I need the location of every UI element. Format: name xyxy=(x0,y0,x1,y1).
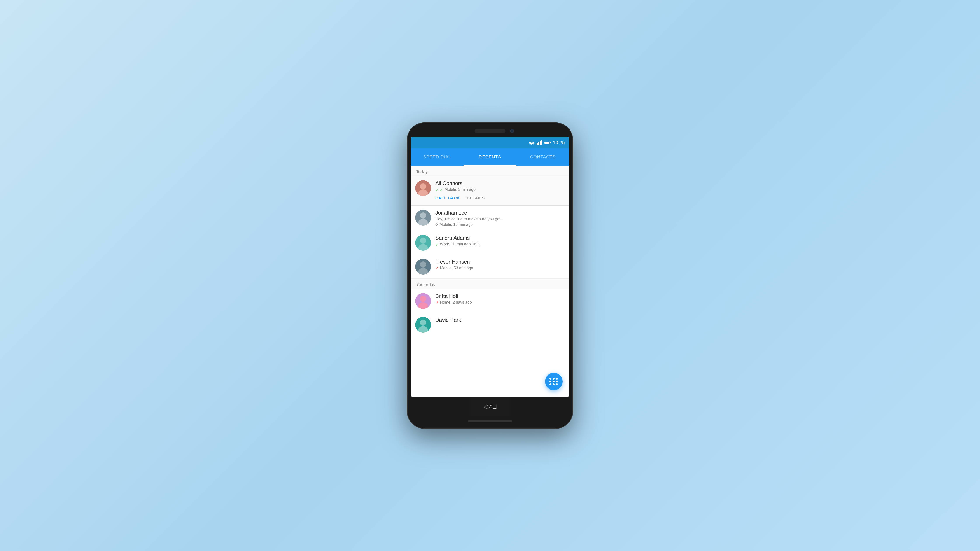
contact-item-jonathan[interactable]: Jonathan Lee Hey, just calling to make s… xyxy=(411,206,569,231)
contact-detail-britta: ↗ Home, 2 days ago xyxy=(435,300,565,305)
avatar-sandra xyxy=(415,235,431,251)
section-today-header: Today xyxy=(411,166,569,176)
svg-rect-6 xyxy=(550,142,551,143)
voicemail-icon-jonathan: ⟳ xyxy=(435,223,438,227)
contact-detail-jonathan: ⟳ Mobile, 15 min ago xyxy=(435,222,565,227)
contact-item-sandra[interactable]: Sandra Adams ↙ Work, 30 min ago, 0:35 xyxy=(411,231,569,255)
tab-bar: SPEED DIAL RECENTS CONTACTS xyxy=(411,148,569,166)
svg-point-9 xyxy=(420,183,426,190)
svg-rect-7 xyxy=(544,142,549,144)
section-yesterday-header: Yesterday xyxy=(411,279,569,289)
contact-item-britta[interactable]: Britta Holt ↗ Home, 2 days ago xyxy=(411,289,569,313)
signal-icon xyxy=(536,140,542,145)
contact-name-trevor: Trevor Hansen xyxy=(435,259,565,265)
incoming-icon-ali: ↙ xyxy=(435,187,439,192)
phone-screen: 10:25 SPEED DIAL RECENTS CONTACTS Today xyxy=(411,137,569,397)
battery-icon xyxy=(544,141,551,145)
incoming-icon-sandra: ↙ xyxy=(435,242,439,247)
incoming-icon-ali2: ↙ xyxy=(440,187,443,192)
contact-detail-ali: ↙ ↙ Mobile, 5 min ago xyxy=(435,187,565,192)
contact-info-britta: Britta Holt ↗ Home, 2 days ago xyxy=(435,293,565,305)
svg-point-18 xyxy=(420,261,426,268)
contact-info-jonathan: Jonathan Lee Hey, just calling to make s… xyxy=(435,210,565,227)
svg-point-0 xyxy=(531,144,532,145)
svg-rect-2 xyxy=(538,142,539,145)
dialpad-fab[interactable] xyxy=(545,373,563,390)
status-icons: 10:25 xyxy=(529,140,565,145)
svg-point-24 xyxy=(420,320,426,326)
call-back-button[interactable]: CALL BACK xyxy=(435,195,460,201)
contact-info-sandra: Sandra Adams ↙ Work, 30 min ago, 0:35 xyxy=(435,235,565,247)
outgoing-icon-britta: ↗ xyxy=(435,300,439,305)
contact-info-david: David Park xyxy=(435,317,565,324)
contact-detail-sandra: ↙ Work, 30 min ago, 0:35 xyxy=(435,242,565,247)
recents-button[interactable]: □ xyxy=(493,403,496,410)
wifi-icon xyxy=(529,140,535,145)
navigation-bar: ◁ ○ □ xyxy=(471,397,509,416)
outgoing-icon-trevor: ↗ xyxy=(435,266,439,271)
avatar-ali xyxy=(415,180,431,196)
avatar-jonathan xyxy=(415,210,431,226)
phone-speaker xyxy=(475,129,505,133)
tab-speed-dial[interactable]: SPEED DIAL xyxy=(411,148,463,166)
contact-item-trevor[interactable]: Trevor Hansen ↗ Mobile, 53 min ago xyxy=(411,255,569,279)
avatar-britta xyxy=(415,293,431,309)
avatar-david xyxy=(415,317,431,333)
status-bar: 10:25 xyxy=(411,137,569,148)
home-button[interactable]: ○ xyxy=(488,403,493,411)
phone-device: 10:25 SPEED DIAL RECENTS CONTACTS Today xyxy=(407,123,573,429)
svg-rect-4 xyxy=(541,140,542,145)
svg-point-15 xyxy=(420,237,426,244)
status-time: 10:25 xyxy=(553,140,565,145)
contact-name-david: David Park xyxy=(435,317,565,323)
phone-bottom-bar xyxy=(468,420,512,422)
svg-point-12 xyxy=(420,212,426,218)
tab-contacts[interactable]: CONTACTS xyxy=(517,148,569,166)
contact-item-ali[interactable]: Ali Connors ↙ ↙ Mobile, 5 min ago CALL B… xyxy=(411,176,569,206)
contact-info-ali: Ali Connors ↙ ↙ Mobile, 5 min ago CALL B… xyxy=(435,180,565,201)
details-button[interactable]: DETAILS xyxy=(467,195,485,201)
contact-detail-trevor: ↗ Mobile, 53 min ago xyxy=(435,266,565,271)
contact-info-trevor: Trevor Hansen ↗ Mobile, 53 min ago xyxy=(435,259,565,271)
content-area: Today Ali Connors ↙ ↙ Mobile, 5 m xyxy=(411,166,569,397)
contact-name-sandra: Sandra Adams xyxy=(435,235,565,241)
phone-camera xyxy=(510,129,514,133)
expanded-actions-ali: CALL BACK DETAILS xyxy=(435,195,565,201)
tab-recents[interactable]: RECENTS xyxy=(463,148,516,166)
svg-point-21 xyxy=(420,296,426,302)
back-button[interactable]: ◁ xyxy=(484,403,488,410)
fab-icon xyxy=(549,378,558,385)
contact-item-david[interactable]: David Park xyxy=(411,313,569,337)
contact-name-jonathan: Jonathan Lee xyxy=(435,210,565,216)
svg-rect-3 xyxy=(540,141,541,145)
svg-rect-1 xyxy=(536,143,538,145)
avatar-trevor xyxy=(415,259,431,274)
contact-name-britta: Britta Holt xyxy=(435,293,565,299)
contact-name-ali: Ali Connors xyxy=(435,180,565,186)
contact-voicemail-jonathan: Hey, just calling to make sure you got..… xyxy=(435,217,565,221)
